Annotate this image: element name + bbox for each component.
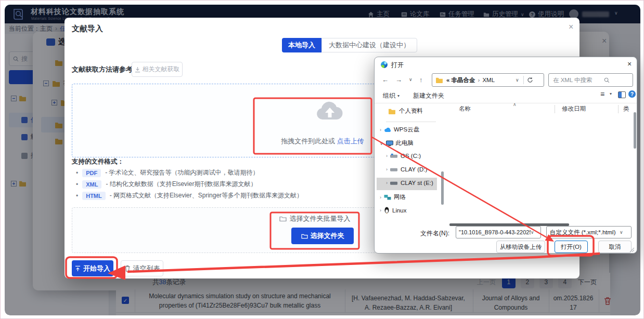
new-folder-button[interactable]: 新建文件夹 [413,91,444,100]
tree-scrollbar[interactable] [441,171,444,205]
caret-down-icon: ▾ [397,94,400,98]
tree-item-wps[interactable]: › WPS云盘 [380,126,419,134]
drive-icon [390,167,398,172]
screenshot-stage: 材料科技论文数据抽取系统 Materials Science Literatur… [0,0,644,319]
format-item-html: • HTML - 网页格式文献（支持Elsevier、Springer等多个期刊… [76,191,303,200]
search-placeholder: 在 XML 中搜索 [553,76,593,84]
computer-icon [386,140,393,147]
bullet-icon: • [76,192,78,200]
modal-close-icon[interactable]: × [569,23,573,31]
view-list-icon[interactable]: ≡ [600,90,604,98]
help-icon[interactable]: ? [628,90,636,98]
format-tag: XML [82,180,101,189]
linux-penguin-icon [384,207,390,214]
tree-item-thispc[interactable]: ∨ 此电脑 [380,139,414,147]
divider [375,103,637,103]
tree-item-os-c[interactable]: › OS (C:) [386,153,421,159]
tree-item-clay-e[interactable]: › CLAY st (E:) [386,180,433,186]
tree-item-profile[interactable]: 个人资料 [388,107,423,115]
address-chevron-icon[interactable]: ∨ [516,77,519,83]
download-icon [135,67,140,73]
chevron-down-icon: ∨ [620,230,623,235]
chevron-down-icon: ∨ [380,141,383,146]
file-open-dialog: 打开 × ← → ∨ ↑ « 非晶合金 › XML ∨ 在 XML 中搜索 组织… [374,57,637,254]
filename-value: "10.1016_B978-0-443-22025-8 [459,229,531,235]
column-type[interactable]: 类 [623,105,629,113]
divider [555,105,555,113]
bullet-icon: • [76,181,78,188]
back-icon[interactable]: ← [382,76,389,84]
bullet-icon: • [76,169,78,177]
up-icon[interactable]: ↑ [419,76,423,84]
trash-icon [124,265,131,272]
filetype-value: 自定义文件 (*.xml;*.html) [550,229,620,236]
view-caret-icon[interactable]: ▾ [610,91,612,96]
address-bar[interactable]: « 非晶合金 › XML ∨ [432,73,544,87]
cloud-upload-icon [316,99,344,121]
dialog-title: 打开 [391,61,404,70]
divider [523,76,524,84]
search-icon [604,77,610,83]
mobile-upload-button[interactable]: 从移动设备上传 [496,241,545,253]
chevron-right-icon: › [478,77,480,83]
list-vscrollbar[interactable] [634,112,636,149]
divider [386,122,436,122]
formats-title: 支持的文件格式： [72,157,124,166]
search-box[interactable]: 在 XML 中搜索 [548,73,633,87]
cloud-icon [384,127,391,132]
folder-open-icon [279,216,287,222]
refresh-icon[interactable] [527,77,533,83]
folder-icon [301,233,308,239]
cancel-button[interactable]: 取消 [598,241,632,253]
address-parent[interactable]: « 非晶合金 [446,76,475,84]
upload-click-link[interactable]: 点击上传 [337,137,364,145]
format-tag: HTML [82,192,106,200]
filename-label: 文件名(N): [420,229,449,238]
choose-folder-button[interactable]: 选择文件夹 [291,228,354,244]
filetype-select[interactable]: 自定义文件 (*.xml;*.html) ∨ [546,226,632,238]
modal-title: 文献导入 [72,24,103,34]
chevron-right-icon: › [386,153,388,158]
forward-icon[interactable]: → [395,76,402,84]
tree-item-linux[interactable]: › Linux [380,207,407,214]
address-current[interactable]: XML [482,77,495,83]
tree-item-clay-d[interactable]: › CLAY (D:) [386,166,427,172]
chevron-right-icon: › [386,167,388,172]
start-import-button[interactable]: 开始导入 [72,260,113,276]
tab-bigdata-center[interactable]: 大数据中心建设（建设中） [321,38,417,52]
format-tag: PDF [82,169,101,177]
dialog-close-icon[interactable]: × [627,60,632,68]
format-item-xml: • XML - 结构化文献数据（支持Elsevier期刊数据库来源文献） [76,180,256,189]
filename-input[interactable]: "10.1016_B978-0-443-22025-8 ∨ [456,226,541,238]
network-icon [384,194,391,201]
column-date[interactable]: 修改日期 [562,105,586,113]
tree-item-network[interactable]: › 网络 [380,193,406,201]
format-desc: - 学术论文、研究报告等（功能内测调试中，敬请期待） [105,168,259,177]
edge-icon [381,61,388,68]
folder-icon [435,77,443,83]
drive-icon [390,153,398,158]
chevron-right-icon: › [380,127,381,132]
column-name[interactable]: 名称 [459,105,471,113]
chevron-right-icon: › [380,195,381,200]
format-desc: - 结构化文献数据（支持Elsevier期刊数据库来源文献） [106,180,256,189]
format-desc: - 网页格式文献（支持Elsevier、Springer等多个期刊数据库来源文献… [110,191,303,200]
chevron-down-icon[interactable]: ∨ [531,230,534,235]
resize-grip[interactable] [629,247,635,252]
divider [618,105,619,113]
recent-chevron-icon[interactable]: ∨ [409,77,413,82]
open-button[interactable]: 打开(O) [555,241,588,253]
drive-icon [390,180,398,185]
upload-icon [75,265,81,272]
chevron-right-icon: › [386,180,388,185]
tab-local-import[interactable]: 本地导入 [282,38,321,52]
ref-label: 文献获取方法请参考： [72,65,139,74]
ref-download-button[interactable]: 相关文献获取 [132,62,183,77]
preview-pane-icon[interactable] [618,91,626,98]
chevron-right-icon: › [380,208,381,213]
folder-icon [388,108,396,114]
clear-list-button[interactable]: 清空列表 [121,260,163,276]
format-item-pdf: • PDF - 学术论文、研究报告等（功能内测调试中，敬请期待） [76,168,259,177]
organize-menu[interactable]: 组织 ▾ [383,91,400,100]
sort-asc-icon: ∧ [513,102,517,107]
